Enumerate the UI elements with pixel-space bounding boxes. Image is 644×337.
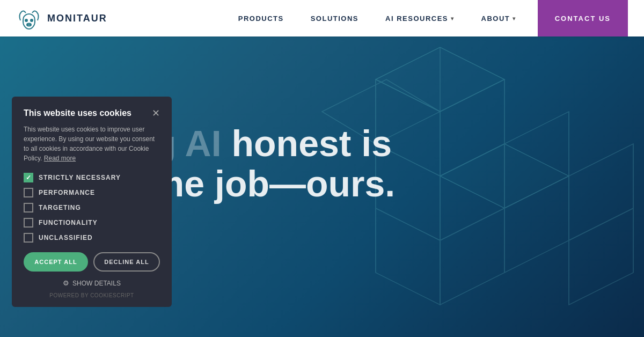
svg-marker-33 (440, 144, 569, 208)
logo-link[interactable]: MONITAUR (16, 5, 107, 31)
cookie-options: STRICTLY NECESSARY PERFORMANCE TARGETING… (24, 173, 160, 243)
nav-ai-resources[interactable]: AI RESOURCES ▾ (385, 14, 454, 23)
checkbox-unclassified[interactable] (24, 233, 33, 243)
show-details-button[interactable]: ⚙ SHOW DETAILS (24, 279, 160, 287)
navbar: MONITAUR PRODUCTS SOLUTIONS AI RESOURCES… (0, 0, 644, 36)
cookie-option-targeting[interactable]: TARGETING (24, 203, 160, 213)
cookie-option-strictly-necessary[interactable]: STRICTLY NECESSARY (24, 173, 160, 182)
cookie-option-functionality[interactable]: FUNCTIONALITY (24, 218, 160, 228)
svg-point-1 (31, 19, 33, 21)
svg-point-0 (25, 19, 27, 21)
svg-marker-17 (569, 208, 633, 305)
nav-about[interactable]: ABOUT ▾ (481, 14, 516, 23)
checkbox-functionality[interactable] (24, 218, 33, 228)
svg-point-3 (27, 24, 28, 25)
accept-all-button[interactable]: ACCEPT ALL (24, 252, 88, 272)
cookie-title: This website uses cookies (24, 108, 131, 118)
logo-icon (16, 5, 42, 31)
decline-all-button[interactable]: DECLINE ALL (93, 252, 160, 272)
logo-text: MONITAUR (47, 13, 107, 24)
cookie-option-unclassified[interactable]: UNCLASSIFIED (24, 233, 160, 243)
cookie-footer: POWERED BY COOKIESCRIPT (24, 292, 160, 298)
chevron-down-icon: ▾ (513, 16, 516, 21)
cookie-option-performance[interactable]: PERFORMANCE (24, 188, 160, 197)
contact-button[interactable]: CONTACT US (538, 0, 628, 36)
cookie-description: This website uses cookies to improve use… (24, 124, 160, 163)
nav-links: PRODUCTS SOLUTIONS AI RESOURCES ▾ ABOUT … (238, 14, 516, 23)
gear-icon: ⚙ (63, 279, 69, 287)
checkbox-strictly-necessary[interactable] (24, 173, 33, 182)
cookie-modal-header: This website uses cookies ✕ (24, 108, 160, 118)
cookie-modal: This website uses cookies ✕ This website… (12, 97, 172, 307)
read-more-link[interactable]: Read more (44, 155, 76, 162)
svg-point-4 (30, 24, 31, 25)
svg-marker-32 (376, 47, 504, 112)
svg-marker-15 (440, 208, 504, 305)
checkbox-targeting[interactable] (24, 203, 33, 213)
nav-products[interactable]: PRODUCTS (238, 14, 284, 23)
chevron-down-icon: ▾ (451, 16, 455, 21)
svg-marker-12 (569, 144, 633, 240)
cookie-actions: ACCEPT ALL DECLINE ALL (24, 252, 160, 272)
close-button[interactable]: ✕ (152, 108, 160, 118)
nav-solutions[interactable]: SOLUTIONS (311, 14, 358, 23)
checkbox-performance[interactable] (24, 188, 33, 197)
